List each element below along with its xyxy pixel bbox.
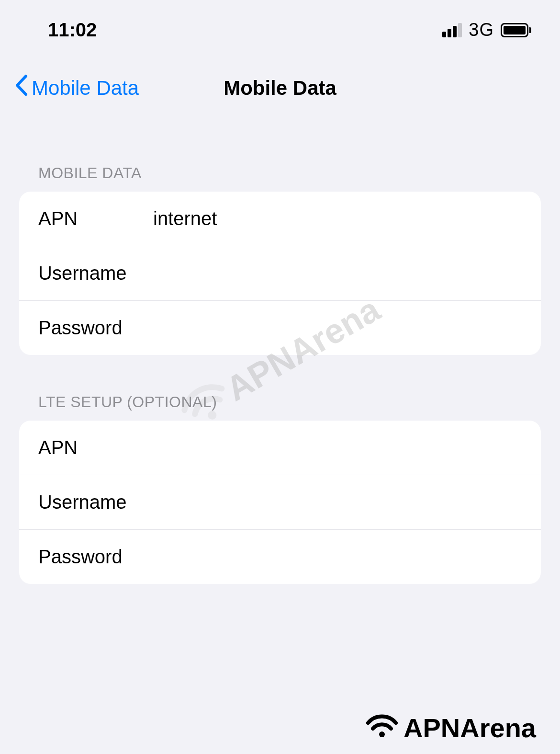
nav-bar: Mobile Data Mobile Data [0,50,560,116]
status-time: 11:02 [48,19,97,41]
lte-apn-input[interactable] [153,437,522,458]
lte-username-input[interactable] [153,491,522,513]
row-username[interactable]: Username [19,246,541,301]
row-lte-password[interactable]: Password [19,530,541,584]
username-label: Username [38,263,153,284]
svg-point-1 [379,731,385,737]
section-header-lte: LTE SETUP (OPTIONAL) [0,393,560,421]
battery-icon [501,23,531,37]
password-input[interactable] [153,317,522,339]
username-input[interactable] [153,263,522,284]
status-right: 3G [442,20,531,40]
row-apn[interactable]: APN [19,192,541,246]
page-title: Mobile Data [224,77,336,100]
apn-input[interactable] [153,208,522,229]
password-label: Password [38,317,153,339]
watermark-bottom: APNArena [365,711,536,744]
chevron-left-icon [14,74,28,102]
status-bar: 11:02 3G [0,0,560,50]
row-lte-apn[interactable]: APN [19,421,541,475]
back-label: Mobile Data [32,77,139,100]
watermark-bottom-text: APNArena [403,712,536,743]
signal-icon [442,23,462,37]
lte-password-label: Password [38,546,153,568]
apn-label: APN [38,208,153,229]
row-password[interactable]: Password [19,301,541,355]
section-header-mobile-data: MOBILE DATA [0,164,560,192]
wifi-icon [365,711,399,744]
group-lte: APN Username Password [19,421,541,584]
network-type: 3G [469,20,494,40]
lte-apn-label: APN [38,437,153,458]
group-mobile-data: APN Username Password [19,192,541,355]
lte-password-input[interactable] [153,546,522,568]
back-button[interactable]: Mobile Data [14,74,139,102]
lte-username-label: Username [38,491,153,513]
row-lte-username[interactable]: Username [19,475,541,530]
